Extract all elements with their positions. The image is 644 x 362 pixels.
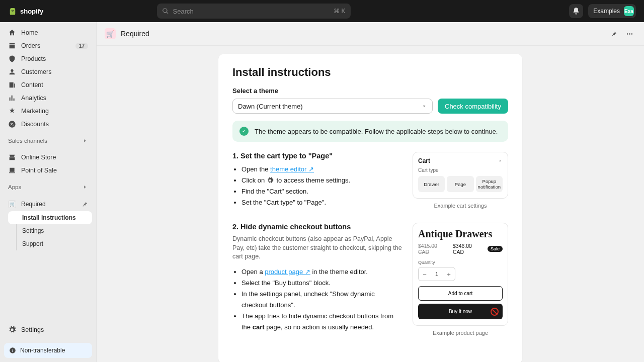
sidebar-item-orders[interactable]: Orders17 (4, 39, 92, 52)
step-1-bullet-4: Set the "Cart type" to "Page". (242, 197, 403, 208)
badge: 17 (75, 43, 88, 49)
qty-plus[interactable]: + (443, 267, 455, 281)
sidebar-settings[interactable]: Settings (4, 323, 92, 337)
account-menu[interactable]: Examples Exa (588, 4, 636, 18)
compatibility-banner: The theme appears to be compatible. Foll… (232, 121, 508, 142)
app-logo: 🛒 (105, 28, 116, 39)
sidebar-item-customers[interactable]: Customers (4, 65, 92, 78)
page-header: 🛒 Required (97, 22, 644, 46)
channel-online-store[interactable]: Online Store (4, 151, 92, 164)
channel-point-of-sale[interactable]: Point of Sale (4, 164, 92, 177)
step-1-bullet-2: Click on to access theme settings. (242, 175, 403, 186)
store-icon (8, 153, 16, 161)
svg-point-1 (629, 33, 630, 35)
qty-minus[interactable]: − (419, 267, 431, 281)
search-kbd-hint: ⌘ K (334, 8, 345, 15)
chevron-right-icon (82, 184, 88, 190)
buy-now-button[interactable]: Buy it now (418, 304, 503, 319)
topbar: shopify Search ⌘ K Examples Exa (0, 0, 644, 22)
sidebar-sub-settings[interactable]: Settings (8, 224, 92, 237)
preview-caption: Example cart settings (413, 203, 508, 209)
search-placeholder: Search (173, 8, 194, 15)
bell-icon (572, 7, 580, 15)
add-to-cart-button[interactable]: Add to cart (418, 286, 503, 301)
step-2-bullet-1: Open a product page ↗ in the theme edito… (242, 266, 403, 278)
global-search[interactable]: Search ⌘ K (157, 4, 351, 19)
info-icon (9, 347, 16, 354)
pin-icon[interactable] (81, 201, 88, 208)
main-content: 🛒 Required Install instructions Select a… (97, 22, 644, 362)
products-icon (8, 55, 16, 63)
cart-type-drawer[interactable]: Drawer (418, 176, 445, 192)
account-avatar: Exa (624, 6, 634, 16)
brand-text: shopify (20, 8, 43, 15)
step-1: 1. Set the cart type to "Page" Open the … (232, 152, 508, 209)
home-icon (8, 29, 16, 37)
pos-icon (8, 166, 16, 174)
sidebar-item-marketing[interactable]: Marketing (4, 105, 92, 118)
quantity-stepper[interactable]: − 1 + (418, 267, 455, 281)
step-2-title: 2. Hide dynamic checkout buttons (232, 223, 403, 231)
chevron-right-icon (82, 138, 88, 144)
step-2-bullet-4: The app tries to hide dynamic checkout b… (242, 311, 403, 333)
analytics-icon (8, 94, 16, 102)
cart-type-popup[interactable]: Popup notification (476, 176, 503, 192)
step-2: 2. Hide dynamic checkout buttons Dynamic… (232, 223, 508, 336)
check-circle-icon (239, 127, 249, 136)
svg-point-0 (626, 33, 628, 35)
disabled-icon (491, 308, 499, 316)
non-transferable-badge[interactable]: Non-transferable (4, 343, 92, 358)
product-preview: Antique Drawers $415.00 CAD $346.00 CAD … (413, 223, 508, 326)
step-2-bullet-2: Select the "Buy buttons" block. (242, 278, 403, 289)
cart-type-page[interactable]: Page (447, 176, 473, 192)
shopify-bag-icon (8, 7, 17, 16)
install-card: Install instructions Select a theme Dawn… (218, 54, 522, 362)
app-icon: 🛒 (8, 200, 16, 208)
sidebar-item-home[interactable]: Home (4, 26, 92, 39)
content-icon (8, 81, 16, 89)
apps-heading[interactable]: Apps (0, 177, 96, 193)
sales-channels-heading[interactable]: Sales channels (0, 131, 96, 147)
cart-settings-preview: Cart Cart type Drawer Page Popup notific… (413, 152, 508, 199)
sidebar: HomeOrders17ProductsCustomersContentAnal… (0, 22, 97, 362)
step-1-bullet-3: Find the "Cart" section. (242, 186, 403, 197)
chevron-up-icon (498, 158, 503, 163)
account-name: Examples (593, 8, 620, 15)
sidebar-app-required[interactable]: 🛒 Required (4, 197, 92, 211)
pin-icon (610, 30, 617, 38)
more-button[interactable] (623, 27, 636, 40)
sidebar-item-analytics[interactable]: Analytics (4, 92, 92, 105)
notifications-button[interactable] (569, 4, 583, 18)
sidebar-item-content[interactable]: Content (4, 78, 92, 92)
search-icon (162, 8, 169, 15)
gear-icon (8, 326, 16, 334)
sidebar-item-discounts[interactable]: Discounts (4, 118, 92, 131)
svg-point-2 (631, 33, 632, 35)
marketing-icon (8, 107, 16, 115)
customers-icon (8, 68, 16, 76)
step-1-bullet-1: Open the theme editor ↗ (242, 164, 403, 175)
theme-editor-link[interactable]: theme editor ↗ (270, 165, 314, 173)
orders-icon (8, 42, 16, 50)
card-heading: Install instructions (232, 66, 508, 79)
discounts-icon (8, 120, 16, 128)
pin-button[interactable] (607, 27, 620, 40)
step-1-title: 1. Set the cart type to "Page" (232, 152, 403, 160)
sidebar-item-products[interactable]: Products (4, 52, 92, 65)
sidebar-sub-install-instructions[interactable]: Install instructions (8, 211, 92, 224)
select-theme-label: Select a theme (232, 87, 508, 95)
step-2-bullet-3: In the settings panel, uncheck "Show dyn… (242, 289, 403, 311)
check-compatibility-button[interactable]: Check compatibility (438, 99, 508, 114)
brand-logo[interactable]: shopify (8, 7, 43, 16)
gear-icon (267, 177, 275, 185)
dots-icon (626, 30, 633, 38)
page-title: Required (121, 30, 149, 38)
preview-caption: Example product page (413, 330, 508, 336)
product-page-link[interactable]: product page ↗ (265, 268, 310, 276)
step-2-desc: Dynamic checkout buttons (also appear as… (232, 235, 403, 261)
chevron-down-icon (421, 103, 427, 109)
theme-select[interactable]: Dawn (Current theme) (232, 99, 433, 114)
sidebar-sub-support[interactable]: Support (8, 237, 92, 250)
